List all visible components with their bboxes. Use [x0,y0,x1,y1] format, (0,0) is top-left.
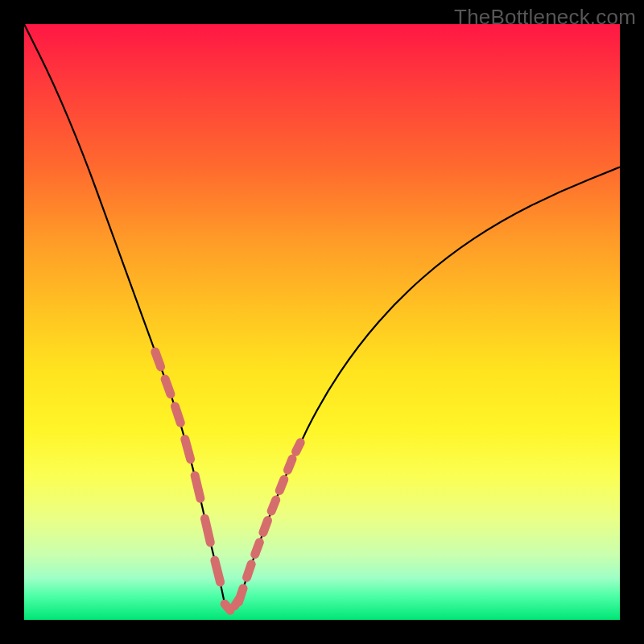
svg-line-2 [175,407,180,423]
svg-line-0 [155,352,161,367]
svg-line-15 [225,604,230,610]
svg-line-1 [165,379,171,394]
svg-line-3 [185,440,191,460]
svg-line-16 [234,597,240,605]
svg-line-4 [195,476,200,498]
curve-svg [24,24,620,620]
markers-valley [215,560,240,610]
svg-line-7 [247,564,252,577]
svg-line-11 [279,480,284,491]
svg-line-5 [204,518,210,543]
chart-frame: TheBottleneck.com [0,0,644,644]
svg-line-12 [287,459,292,470]
curve-line [24,24,620,609]
plot-area [24,24,620,620]
svg-line-9 [263,521,268,533]
svg-line-13 [296,443,301,452]
svg-line-14 [215,560,221,582]
bottleneck-curve [24,24,620,609]
svg-line-8 [255,543,260,555]
markers-right-arm [238,443,300,602]
markers-left-arm [155,352,210,543]
svg-line-10 [271,500,276,511]
